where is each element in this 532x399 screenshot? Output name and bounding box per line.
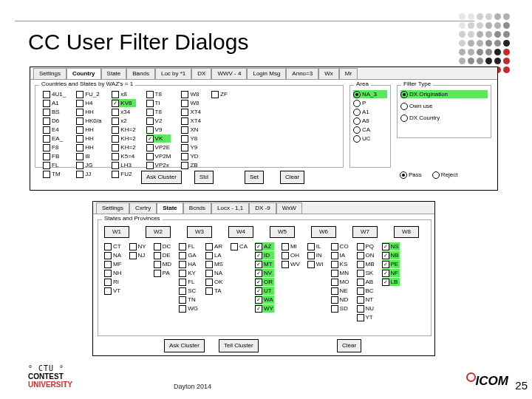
checkbox-state-nv[interactable]: NV xyxy=(255,269,274,277)
checkbox-state-il[interactable]: IL xyxy=(307,242,324,250)
button-ask-cluster[interactable]: Ask Cluster xyxy=(164,339,205,352)
checkbox-kh=2[interactable]: KH=2 xyxy=(112,126,135,134)
tab-settings[interactable]: Settings xyxy=(33,68,66,79)
checkbox-state-la[interactable]: LA xyxy=(205,251,223,259)
checkbox-state-sd[interactable]: SD xyxy=(331,304,349,313)
checkbox-state-ga[interactable]: GA xyxy=(179,251,198,259)
tab-anno-3[interactable]: Anno=3 xyxy=(286,68,318,79)
tab-loc-by-1[interactable]: Loc by *1 xyxy=(155,68,191,79)
checkbox-fu_2[interactable]: FU_2 xyxy=(76,90,101,98)
tab-wwv-4[interactable]: WWV - 4 xyxy=(211,68,247,79)
radio-area-ca[interactable]: CA xyxy=(353,126,387,134)
checkbox-state-na[interactable]: NA xyxy=(205,269,223,277)
checkbox-state-wi[interactable]: WI xyxy=(307,260,324,268)
tab-state[interactable]: State xyxy=(101,68,127,79)
checkbox-state-ky[interactable]: KY xyxy=(179,269,198,277)
checkbox-state-sc[interactable]: SC xyxy=(179,287,198,295)
radio-filtertype-own-use[interactable]: Own use xyxy=(400,102,488,110)
checkbox-v2[interactable]: V2 xyxy=(146,117,171,125)
checkbox-state-pa[interactable]: PA xyxy=(154,269,171,277)
checkbox-xt4[interactable]: XT4 xyxy=(181,117,201,125)
radio-filtertype-dx-country[interactable]: DX Country xyxy=(400,114,488,122)
checkbox-state-co[interactable]: CO xyxy=(331,242,349,250)
checkbox-state-ar[interactable]: AR xyxy=(205,242,223,250)
tab-cxrtry[interactable]: Cxrtry xyxy=(129,202,157,214)
button-tell-cluster[interactable]: Tell Cluster xyxy=(219,339,259,352)
checkbox-kh=2[interactable]: KH=2 xyxy=(112,134,135,143)
checkbox-state-na[interactable]: NA xyxy=(104,251,122,259)
button-clear[interactable]: Clear xyxy=(280,171,304,184)
checkbox-x34[interactable]: x34 xyxy=(112,108,135,116)
checkbox-vk[interactable]: VK xyxy=(146,134,171,143)
checkbox-state-ri[interactable]: RI xyxy=(104,278,122,286)
checkbox-state-mf[interactable]: MF xyxy=(104,260,122,268)
checkbox-e4[interactable]: E4 xyxy=(43,126,66,134)
checkbox-state-tn[interactable]: TN xyxy=(179,296,198,304)
checkbox-w8[interactable]: W8 xyxy=(181,90,201,98)
tab-bcnds[interactable]: Bcnds xyxy=(183,202,211,214)
checkbox-tm[interactable]: TM xyxy=(43,170,66,178)
checkbox-t8[interactable]: T8 xyxy=(146,108,171,116)
tab-mr[interactable]: Mr xyxy=(339,68,358,79)
button-w6[interactable]: W6 xyxy=(311,226,336,238)
tab-wx[interactable]: Wx xyxy=(318,68,339,79)
checkbox-state-mi[interactable]: MI xyxy=(282,242,300,250)
checkbox-state-de[interactable]: DE xyxy=(154,251,171,259)
checkbox-state-mo[interactable]: MO xyxy=(331,278,349,286)
checkbox-state-bc[interactable]: BC xyxy=(357,287,375,295)
checkbox-vp2e[interactable]: VP2E xyxy=(146,143,171,151)
tab-locx-1-1[interactable]: Locx - 1,1 xyxy=(211,202,249,214)
checkbox-state-wg[interactable]: WG xyxy=(179,304,198,313)
checkbox-jj[interactable]: JJ xyxy=(76,170,101,178)
checkbox-state-nf[interactable]: NF xyxy=(382,269,400,277)
checkbox-state-ny[interactable]: NY xyxy=(129,242,146,250)
checkbox-state-sk[interactable]: SK xyxy=(357,269,375,277)
checkbox-state-fl[interactable]: FL xyxy=(179,242,198,250)
checkbox-zf[interactable]: ZF xyxy=(211,90,228,98)
button-w4[interactable]: W4 xyxy=(228,226,253,238)
checkbox-state-az[interactable]: AZ xyxy=(255,242,274,250)
checkbox-fl[interactable]: FL xyxy=(43,161,66,169)
checkbox-state-mt[interactable]: MT xyxy=(255,260,274,268)
checkbox-state-wa[interactable]: WA xyxy=(255,296,274,304)
checkbox-state-ok[interactable]: OK xyxy=(205,278,223,286)
checkbox-state-oh[interactable]: OH xyxy=(282,251,300,259)
tab-settings[interactable]: Settings xyxy=(96,202,129,214)
checkbox-state-nh[interactable]: NH xyxy=(104,269,122,277)
button-w2[interactable]: W2 xyxy=(146,226,171,238)
checkbox-hh[interactable]: HH xyxy=(76,134,101,143)
checkbox-bs[interactable]: BS xyxy=(43,108,66,116)
checkbox-state-lb[interactable]: LB xyxy=(382,278,400,286)
checkbox-state-nd[interactable]: ND xyxy=(331,296,349,304)
checkbox-lh3[interactable]: LH3 xyxy=(112,161,135,169)
button-ask-cluster[interactable]: Ask Cluster xyxy=(141,171,182,184)
checkbox-i8[interactable]: I8 xyxy=(76,152,101,160)
checkbox-k5=4[interactable]: K5=4 xyxy=(112,152,135,160)
radio-area-uc[interactable]: UC xyxy=(353,134,387,143)
checkbox-f8[interactable]: F8 xyxy=(43,143,66,151)
checkbox-vp2m[interactable]: VP2M xyxy=(146,152,171,160)
checkbox-state-nt[interactable]: NT xyxy=(357,296,375,304)
checkbox-ti[interactable]: TI xyxy=(146,99,171,107)
button-w8[interactable]: W8 xyxy=(394,226,419,238)
checkbox-state-vt[interactable]: VT xyxy=(104,287,122,295)
checkbox-v9[interactable]: V9 xyxy=(146,126,171,134)
checkbox-a1[interactable]: A1 xyxy=(43,99,66,107)
checkbox-t8[interactable]: T8 xyxy=(146,90,171,98)
radio-area-a1[interactable]: A1 xyxy=(353,108,387,116)
tab-state[interactable]: State xyxy=(157,202,183,214)
checkbox-state-ct[interactable]: CT xyxy=(104,242,122,250)
radio-reject[interactable]: Reject xyxy=(432,171,458,179)
checkbox-x2[interactable]: x2 xyxy=(112,117,135,125)
checkbox-hh[interactable]: HH xyxy=(76,108,101,116)
checkbox-state-ks[interactable]: KS xyxy=(331,260,349,268)
radio-area-a8[interactable]: A8 xyxy=(353,117,387,125)
button-w1[interactable]: W1 xyxy=(104,226,129,238)
checkbox-state-fl[interactable]: FL xyxy=(179,278,198,286)
checkbox-kh=2[interactable]: KH=2 xyxy=(112,143,135,151)
checkbox-y8[interactable]: Y8 xyxy=(181,134,201,143)
button-set[interactable]: Set xyxy=(245,171,264,184)
checkbox-yd[interactable]: YD xyxy=(181,152,201,160)
checkbox-state-pq[interactable]: PQ xyxy=(357,242,375,250)
checkbox-state-id[interactable]: ID xyxy=(255,251,274,259)
